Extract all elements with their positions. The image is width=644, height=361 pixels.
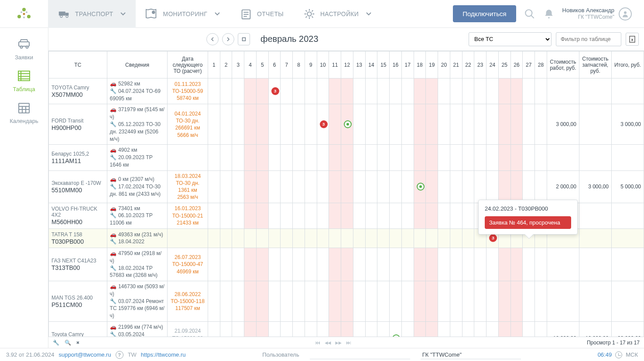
day-cell[interactable] <box>256 203 268 228</box>
day-cell[interactable] <box>450 228 462 248</box>
day-cell[interactable] <box>341 228 353 248</box>
day-cell[interactable] <box>317 228 329 248</box>
day-cell[interactable] <box>305 145 317 170</box>
day-cell[interactable] <box>414 145 426 170</box>
day-cell[interactable] <box>293 203 305 228</box>
day-cell[interactable] <box>353 322 365 337</box>
pager-next[interactable]: ▶▶ <box>336 340 342 346</box>
day-cell[interactable] <box>244 322 257 337</box>
day-cell[interactable] <box>268 248 281 281</box>
day-cell[interactable] <box>268 170 281 203</box>
day-cell[interactable] <box>498 281 510 322</box>
vehicle-cell[interactable]: MAN TGS 26.400P511CM00 <box>49 281 107 322</box>
day-cell[interactable] <box>329 145 341 170</box>
day-cell[interactable] <box>414 104 426 145</box>
day-cell[interactable] <box>426 248 438 281</box>
day-cell[interactable] <box>450 281 462 322</box>
day-cell[interactable] <box>498 145 510 170</box>
badge-red[interactable]: З <box>271 87 279 95</box>
day-cell[interactable] <box>510 248 523 281</box>
vehicle-cell[interactable]: TOYOTA CamryX507MM00 <box>49 78 107 104</box>
day-cell[interactable] <box>220 203 232 228</box>
day-cell[interactable] <box>220 228 232 248</box>
day-cell[interactable] <box>401 203 414 228</box>
day-cell[interactable] <box>244 145 257 170</box>
pager-last[interactable]: ⏭ <box>346 340 351 346</box>
sidebar-table[interactable]: Таблица <box>4 68 44 92</box>
day-cell[interactable] <box>474 170 486 203</box>
day-cell[interactable] <box>232 248 244 281</box>
day-cell[interactable] <box>305 228 317 248</box>
day-cell[interactable] <box>450 203 462 228</box>
day-cell[interactable] <box>401 78 414 104</box>
day-cell[interactable] <box>293 170 305 203</box>
day-cell[interactable] <box>268 281 281 322</box>
day-cell[interactable] <box>414 170 426 203</box>
day-cell[interactable] <box>365 104 377 145</box>
day-cell[interactable] <box>535 78 547 104</box>
day-cell[interactable] <box>462 248 474 281</box>
day-cell[interactable] <box>390 170 402 203</box>
day-cell[interactable] <box>414 248 426 281</box>
day-cell[interactable] <box>305 248 317 281</box>
day-cell[interactable] <box>474 322 486 337</box>
day-cell[interactable] <box>341 170 353 203</box>
day-cell[interactable] <box>462 228 474 248</box>
day-cell[interactable] <box>281 145 293 170</box>
user-input[interactable] <box>310 351 410 359</box>
nav-reports[interactable]: ОТЧЕТЫ <box>230 0 293 28</box>
day-cell[interactable] <box>208 78 220 104</box>
day-cell[interactable] <box>365 145 377 170</box>
day-cell[interactable] <box>232 78 244 104</box>
day-cell[interactable] <box>426 78 438 104</box>
day-cell[interactable] <box>268 203 281 228</box>
day-cell[interactable] <box>510 145 523 170</box>
day-cell[interactable] <box>341 203 353 228</box>
day-cell[interactable] <box>377 322 390 337</box>
day-cell[interactable] <box>438 322 450 337</box>
day-cell[interactable] <box>268 228 281 248</box>
day-cell[interactable] <box>450 322 462 337</box>
day-cell[interactable] <box>256 78 268 104</box>
day-cell[interactable] <box>510 322 523 337</box>
day-cell[interactable] <box>474 281 486 322</box>
search-icon[interactable] <box>524 8 535 20</box>
day-cell[interactable] <box>220 322 232 337</box>
day-cell[interactable] <box>438 78 450 104</box>
day-cell[interactable] <box>426 170 438 203</box>
day-cell[interactable] <box>353 104 365 145</box>
day-cell[interactable] <box>256 281 268 322</box>
day-cell[interactable] <box>462 170 474 203</box>
day-cell[interactable] <box>268 322 281 337</box>
day-cell[interactable] <box>317 281 329 322</box>
day-cell[interactable] <box>377 170 390 203</box>
day-cell[interactable] <box>293 145 305 170</box>
day-cell[interactable] <box>305 78 317 104</box>
day-cell[interactable] <box>353 145 365 170</box>
day-cell[interactable] <box>390 322 402 337</box>
day-cell[interactable] <box>498 104 510 145</box>
day-cell[interactable] <box>414 281 426 322</box>
day-cell[interactable] <box>317 145 329 170</box>
day-cell[interactable] <box>281 78 293 104</box>
site-url[interactable]: https://ttwcome.ru <box>141 351 186 358</box>
day-cell[interactable] <box>462 78 474 104</box>
day-cell[interactable] <box>462 104 474 145</box>
day-cell[interactable] <box>390 78 402 104</box>
help-icon[interactable]: ? <box>116 351 123 359</box>
day-cell[interactable] <box>220 170 232 203</box>
day-cell[interactable] <box>535 281 547 322</box>
day-cell[interactable] <box>256 322 268 337</box>
sidebar-calendar[interactable]: Календарь <box>4 100 44 124</box>
day-cell[interactable] <box>474 248 486 281</box>
day-cell[interactable] <box>523 248 535 281</box>
day-cell[interactable] <box>462 203 474 228</box>
day-cell[interactable] <box>450 78 462 104</box>
zoom-icon[interactable]: 🔍 <box>65 340 71 346</box>
day-cell[interactable] <box>414 322 426 337</box>
day-cell[interactable] <box>365 248 377 281</box>
day-cell[interactable] <box>498 322 510 337</box>
day-cell[interactable] <box>486 145 499 170</box>
day-cell[interactable] <box>293 104 305 145</box>
day-cell[interactable] <box>256 228 268 248</box>
